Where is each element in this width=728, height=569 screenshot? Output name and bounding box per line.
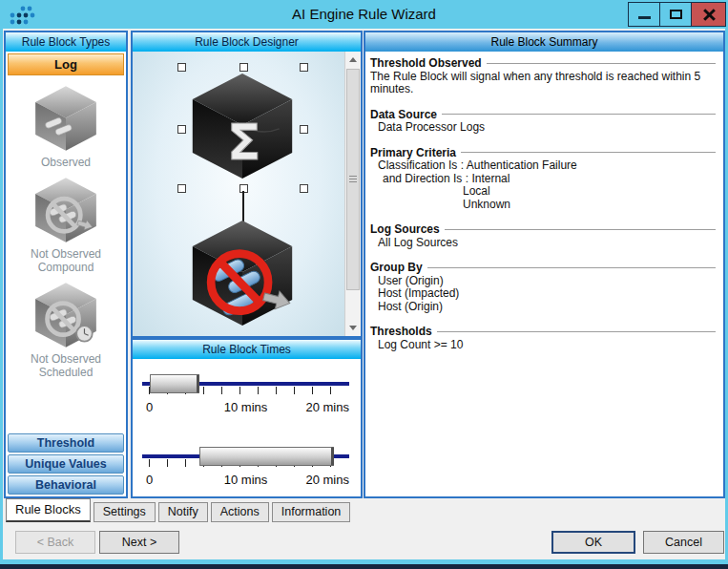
scroll-down-icon[interactable]	[345, 320, 361, 336]
summary-section-primary-criteria: Primary Criteria Classification Is : Aut…	[370, 147, 716, 212]
minimize-icon	[638, 16, 651, 19]
section-line: and Direction Is : Internal	[370, 173, 716, 186]
summary-section-log-sources: Log Sources All Log Sources	[370, 223, 716, 249]
tab-information[interactable]: Information	[272, 502, 351, 522]
section-line: The Rule Block will signal when any thre…	[370, 71, 716, 96]
section-rule-line	[442, 114, 716, 116]
selection-handle[interactable]	[300, 125, 308, 134]
selection-handle[interactable]	[177, 125, 186, 134]
rule-block-designer-header: Rule Block Designer	[133, 32, 361, 52]
type-label-line: Not Observed	[31, 352, 101, 366]
slider-label-end: 20 mins	[305, 473, 349, 487]
selection-handle[interactable]	[300, 63, 308, 72]
selection-handle[interactable]	[177, 63, 186, 72]
type-category-buttons: Threshold Unique Values Behavioral	[6, 432, 126, 496]
rule-block-type-list: Observed	[6, 77, 126, 432]
ai-engine-rule-wizard-window: AI Engine Rule Wizard Rule Block Types L…	[0, 0, 728, 569]
section-line: Log Count >= 10	[370, 339, 716, 352]
rule-block-designer-panel: Rule Block Designer Σ	[131, 31, 363, 338]
cancel-button[interactable]: Cancel	[643, 531, 724, 554]
type-item-not-observed-compound[interactable]: Not Observed Compound	[27, 176, 105, 274]
app-logo-icon	[9, 5, 37, 27]
ok-button[interactable]: OK	[551, 531, 635, 554]
log-type-button[interactable]: Log	[8, 53, 124, 75]
threshold-category-button[interactable]: Threshold	[8, 433, 124, 453]
cube-not-observed-scheduled-icon	[27, 281, 105, 349]
rule-block-types-panel: Rule Block Types Log Observed	[4, 31, 128, 498]
summary-section-data-source: Data Source Data Processor Logs	[370, 109, 716, 135]
tab-actions[interactable]: Actions	[211, 502, 269, 522]
section-line: Host (Impacted)	[370, 287, 716, 301]
maximize-button[interactable]	[659, 2, 692, 27]
slider-label-mid: 10 mins	[224, 473, 268, 487]
section-title: Log Sources	[370, 223, 440, 237]
close-icon	[702, 9, 715, 21]
rule-block-summary-panel: Rule Block Summary Threshold Observed Th…	[364, 31, 725, 498]
section-rule-line	[445, 229, 716, 231]
window-title: AI Engine Rule Wizard	[0, 0, 728, 29]
rule-block-summary-header: Rule Block Summary	[365, 32, 723, 52]
slider-label-start: 0	[146, 473, 153, 487]
svg-text:Σ: Σ	[227, 114, 261, 171]
back-button[interactable]: < Back	[15, 531, 95, 554]
type-label-line: Scheduled	[31, 366, 101, 379]
section-line: All Log Sources	[370, 237, 716, 250]
wizard-tab-strip: Rule Blocks Settings Notify Actions Info…	[6, 498, 353, 522]
behavioral-category-button[interactable]: Behavioral	[8, 475, 124, 495]
rule-block-times-header: Rule Block Times	[133, 340, 361, 359]
section-title: Threshold Observed	[370, 57, 482, 71]
selection-handle[interactable]	[300, 184, 308, 193]
tab-rule-blocks[interactable]: Rule Blocks	[6, 498, 91, 522]
section-line: Data Processor Logs	[370, 121, 716, 135]
slider-thumb[interactable]	[199, 447, 334, 466]
designer-scrollbar[interactable]	[344, 52, 361, 336]
slider-thumb[interactable]	[150, 374, 199, 393]
section-title: Thresholds	[370, 326, 432, 339]
section-rule-line	[461, 152, 716, 154]
section-title: Data Source	[370, 109, 437, 122]
section-rule-line	[487, 63, 716, 65]
type-label-line: Not Observed	[31, 247, 101, 261]
time-slider-2: 0 10 mins 20 mins	[142, 445, 349, 491]
section-rule-line	[427, 267, 716, 269]
rule-block-types-header: Rule Block Types	[6, 32, 126, 52]
sigma-log-block-icon[interactable]: Σ	[187, 69, 298, 183]
tab-notify[interactable]: Notify	[158, 502, 208, 522]
window-bottom-edge	[0, 564, 728, 569]
next-button[interactable]: Next >	[99, 531, 179, 554]
cube-observed-icon	[27, 84, 105, 153]
time-slider-1: 0 10 mins 20 mins	[142, 372, 349, 418]
slider-label-start: 0	[146, 400, 153, 414]
section-line: Local	[370, 185, 716, 199]
designer-canvas[interactable]: Σ	[133, 52, 344, 336]
selection-handle[interactable]	[177, 184, 186, 193]
maximize-icon	[670, 10, 682, 19]
slider-label-end: 20 mins	[305, 400, 349, 414]
type-item-not-observed-scheduled[interactable]: Not Observed Scheduled	[27, 281, 105, 379]
cube-not-observed-compound-icon	[27, 176, 105, 244]
titlebar[interactable]: AI Engine Rule Wizard	[0, 0, 728, 29]
summary-section-group-by: Group By User (Origin) Host (Impacted) H…	[370, 262, 716, 313]
type-item-observed[interactable]: Observed	[27, 84, 105, 169]
section-rule-line	[437, 331, 716, 333]
type-label-line: Compound	[31, 261, 101, 274]
section-line: Host (Origin)	[370, 301, 716, 314]
summary-section-threshold-observed: Threshold Observed The Rule Block will s…	[370, 57, 716, 96]
minimize-button[interactable]	[628, 2, 660, 27]
scroll-up-icon[interactable]	[345, 52, 361, 68]
section-line: Unknown	[370, 199, 716, 212]
summary-section-thresholds: Thresholds Log Count >= 10	[370, 326, 716, 351]
rule-block-times-panel: Rule Block Times 0 10 mins 20 mins 0 10 …	[131, 338, 363, 498]
not-observed-block-icon[interactable]	[187, 216, 298, 330]
scrollbar-grip-icon	[349, 176, 357, 183]
tab-settings[interactable]: Settings	[94, 502, 156, 522]
section-line: Classification Is : Authentication Failu…	[370, 159, 716, 173]
scrollbar-thumb[interactable]	[346, 69, 360, 290]
section-line: User (Origin)	[370, 275, 716, 288]
unique-values-category-button[interactable]: Unique Values	[8, 454, 124, 474]
close-button[interactable]	[691, 2, 726, 27]
section-title: Primary Criteria	[370, 147, 456, 160]
type-label-line: Observed	[41, 156, 91, 169]
section-title: Group By	[370, 262, 423, 275]
slider-label-mid: 10 mins	[224, 400, 268, 414]
